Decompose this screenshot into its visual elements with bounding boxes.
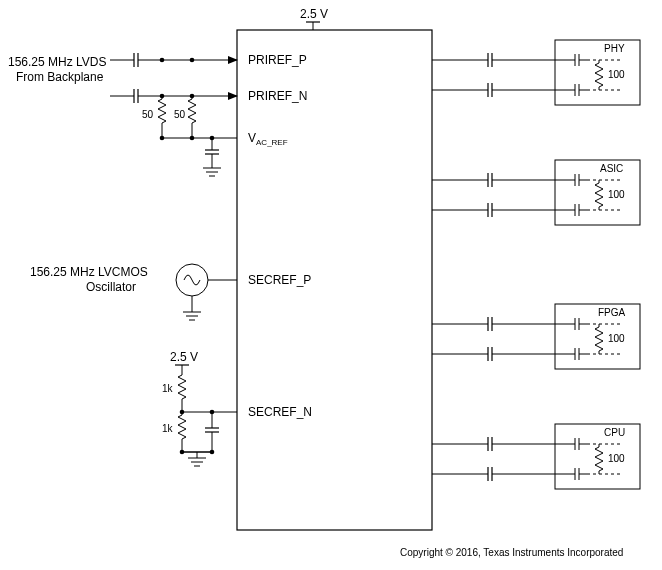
- load-cpu: CPU 100: [432, 424, 640, 489]
- load-asic: ASIC 100: [432, 160, 640, 225]
- pin-priref-n: PRIREF_N: [248, 89, 307, 103]
- copyright-text: Copyright © 2016, Texas Instruments Inco…: [400, 547, 623, 558]
- load-asic-label: ASIC: [600, 163, 623, 174]
- svg-rect-66: [480, 170, 500, 220]
- ground-icon: [188, 452, 206, 466]
- svg-rect-72: [480, 434, 500, 484]
- osc-label-line1: 156.25 MHz LVCMOS: [30, 265, 148, 279]
- capacitor-icon: [126, 89, 146, 103]
- load-cpu-label: CPU: [604, 427, 625, 438]
- pin-secref-n: SECREF_N: [248, 405, 312, 419]
- svg-rect-63: [480, 50, 500, 100]
- osc-label-line2: Oscillator: [86, 280, 136, 294]
- capacitor-icon: [205, 420, 219, 440]
- capacitor-icon: [126, 53, 146, 67]
- load-fpga: FPGA 100: [432, 304, 640, 369]
- resistor-icon: [178, 412, 186, 442]
- lvds-term2: 50: [174, 109, 186, 120]
- secref-n-r1: 1k: [162, 383, 174, 394]
- pin-priref-p: PRIREF_P: [248, 53, 307, 67]
- secref-n-r2: 1k: [162, 423, 174, 434]
- load-asic-res: 100: [608, 189, 625, 200]
- load-phy: PHY 100: [432, 40, 640, 105]
- lvds-label-line1: 156.25 MHz LVDS: [8, 55, 107, 69]
- lvds-term1: 50: [142, 109, 154, 120]
- load-phy-label: PHY: [604, 43, 625, 54]
- resistor-icon: [188, 96, 196, 126]
- load-fpga-res: 100: [608, 333, 625, 344]
- ground-icon: [203, 162, 221, 176]
- lvds-label-line2: From Backplane: [16, 70, 104, 84]
- diagram-canvas: 2.5 V 156.25 MHz LVDS From Backplane PRI…: [0, 0, 662, 570]
- load-phy-res: 100: [608, 69, 625, 80]
- load-cpu-res: 100: [608, 453, 625, 464]
- resistor-icon: [158, 96, 166, 126]
- svg-point-41: [160, 136, 165, 141]
- pin-secref-p: SECREF_P: [248, 273, 311, 287]
- svg-point-34: [190, 58, 195, 63]
- svg-point-42: [190, 136, 195, 141]
- supply-voltage-label: 2.5 V: [300, 7, 328, 21]
- load-fpga-label: FPGA: [598, 307, 626, 318]
- svg-rect-69: [480, 314, 500, 364]
- secref-n-supply: 2.5 V: [170, 350, 198, 364]
- ground-icon: [183, 306, 201, 320]
- resistor-icon: [178, 372, 186, 402]
- capacitor-icon: [205, 142, 219, 162]
